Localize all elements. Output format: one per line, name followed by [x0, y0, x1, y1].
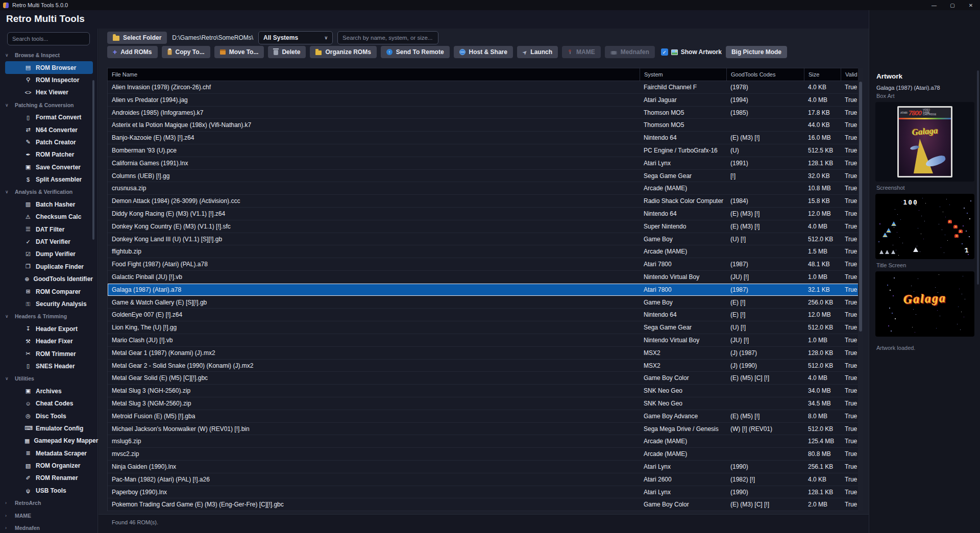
mame-button[interactable]: MAME — [562, 46, 601, 58]
launch-button[interactable]: ➤Launch — [517, 46, 558, 58]
table-row[interactable]: Mario Clash (JU) [!].vbNintendo Virtual … — [108, 334, 862, 347]
table-row[interactable]: Metal Gear 2 - Solid Snake (1990) (Konam… — [108, 360, 862, 372]
table-row[interactable]: Diddy Kong Racing (E) (M3) (V1.1) [!].z6… — [108, 208, 862, 220]
sidebar-item-save-converter[interactable]: ▣Save Converter — [5, 161, 93, 173]
table-row[interactable]: Lion King, The (U) [!].ggSega Game Gear(… — [108, 321, 862, 334]
organize-roms-button[interactable]: Organize ROMs — [310, 46, 376, 58]
table-row[interactable]: GoldenEye 007 (E) [!].z64Nintendo 64(E) … — [108, 309, 862, 321]
send-to-remote-button[interactable]: ↑Send To Remote — [381, 46, 450, 58]
column-header-goodtools-codes[interactable]: GoodTools Codes — [726, 68, 804, 81]
table-row[interactable]: Asterix et la Potion Magique (198x) (Vif… — [108, 119, 862, 132]
maximize-button[interactable]: ▢ — [943, 0, 962, 10]
table-row[interactable]: Donkey Kong Land III (U) (V1.1) [S][!].g… — [108, 233, 862, 246]
sidebar-section-analysis-verification[interactable]: ∨Analysis & Verification — [0, 186, 95, 198]
sidebar-item-batch-hasher[interactable]: ▥Batch Hasher — [5, 198, 93, 211]
sidebar-item-rom-trimmer[interactable]: ✂ROM Trimmer — [5, 347, 93, 360]
sidebar-item-archives[interactable]: ▣Archives — [5, 385, 93, 397]
sidebar-item-checksum-calc[interactable]: ⚠Checksum Calc — [5, 211, 93, 223]
sidebar-item-dat-filter[interactable]: ☰DAT Filter — [5, 223, 93, 235]
sidebar-item-gamepad-key-mapper[interactable]: ▦Gamepad Key Mapper — [5, 435, 93, 447]
sidebar-section-browse-inspect[interactable]: ∨Browse & Inspect — [0, 49, 95, 61]
sidebar-section-headers-trimming[interactable]: ∨Headers & Trimming — [0, 310, 95, 322]
rom-search-input[interactable] — [337, 31, 438, 44]
table-row[interactable]: Alien Invasion (1978) (Zircon-26).chfFai… — [108, 81, 862, 94]
sidebar-item-goodtools-identifier[interactable]: ⊕GoodTools Identifier — [5, 273, 93, 285]
close-button[interactable]: ✕ — [962, 0, 980, 10]
delete-button[interactable]: Delete — [268, 46, 306, 58]
sidebar-section-mednafen[interactable]: ›Mednafen — [0, 522, 95, 533]
sidebar-item-disc-tools[interactable]: ◎Disc Tools — [5, 410, 93, 422]
table-row[interactable]: Metal Gear 1 (1987) (Konami) (J).mx2MSX2… — [108, 347, 862, 360]
table-row[interactable]: Food Fight (1987) (Atari) (PAL).a78Atari… — [108, 258, 862, 271]
move-to-button[interactable]: Move To... — [214, 46, 264, 58]
column-header-size[interactable]: Size — [804, 68, 841, 81]
sidebar-item-metadata-scraper[interactable]: ≣Metadata Scraper — [5, 447, 93, 460]
table-row[interactable]: Androides (1985) (Infogrames).k7Thomson … — [108, 107, 862, 119]
sidebar-section-patching-conversion[interactable]: ∨Patching & Conversion — [0, 99, 95, 111]
table-row[interactable]: Michael Jackson's Moonwalker (W) (REV01)… — [108, 423, 862, 436]
sidebar-item-rom-patcher[interactable]: ✒ROM Patcher — [5, 148, 93, 161]
table-row[interactable]: mvsc2.zipArcade (MAME)80.8 MBTrue — [108, 448, 862, 461]
show-artwork-checkbox[interactable]: ✓ — [661, 48, 668, 56]
sidebar-item-rom-browser[interactable]: ▤ROM Browser — [5, 61, 93, 73]
sidebar-item-dump-verifier[interactable]: ☑Dump Verifier — [5, 248, 93, 260]
minimize-button[interactable]: — — [925, 0, 943, 10]
table-row[interactable]: ffightub.zipArcade (MAME)1.5 MBTrue — [108, 245, 862, 258]
sidebar-item-format-convert[interactable]: ▯Format Convert — [5, 111, 93, 123]
sidebar-item-emulator-config[interactable]: ⌨Emulator Config — [5, 422, 93, 435]
table-row[interactable]: Galactic Pinball (JU) [!].vbNintendo Vir… — [108, 271, 862, 284]
column-header-file-name[interactable]: File Name — [108, 68, 640, 81]
table-row[interactable]: Pokemon Trading Card Game (E) (M3) (Eng-… — [108, 498, 862, 511]
sidebar-item-header-fixer[interactable]: ⚒Header Fixer — [5, 335, 93, 347]
table-row[interactable]: mslug6.zipArcade (MAME)125.4 MBTrue — [108, 435, 862, 448]
sidebar-item-split-assembler[interactable]: $Split Assembler — [5, 173, 93, 186]
big-picture-mode-button[interactable]: Big Picture Mode — [726, 46, 787, 58]
sidebar-item-usb-tools[interactable]: ψUSB Tools — [5, 485, 93, 497]
add-roms-button[interactable]: +Add ROMs — [107, 46, 158, 58]
sidebar-item-rom-inspector[interactable]: ⚲ROM Inspector — [5, 74, 93, 86]
table-row[interactable]: Bomberman '93 (U).pcePC Engine / TurboGr… — [108, 144, 862, 157]
sidebar-item-patch-creator[interactable]: ✎Patch Creator — [5, 136, 93, 148]
sidebar-item-n64-converter[interactable]: ⇄N64 Converter — [5, 123, 93, 136]
table-row[interactable]: Ninja Gaiden (1990).lnxAtari Lynx(1990)2… — [108, 461, 862, 473]
sidebar-item-rom-comparer[interactable]: ⊞ROM Comparer — [5, 285, 93, 297]
sidebar-item-hex-viewer[interactable]: <>Hex Viewer — [5, 86, 93, 98]
table-row[interactable]: Demon Attack (1984) (26-3099) (Activisio… — [108, 195, 862, 208]
tool-search-input[interactable] — [7, 32, 90, 45]
sidebar-item-duplicate-finder[interactable]: ❐Duplicate Finder — [5, 261, 93, 273]
sidebar-item-rom-renamer[interactable]: ✐ROM Renamer — [5, 472, 93, 484]
sidebar-item-snes-header[interactable]: ▯SNES Header — [5, 360, 93, 372]
system-filter-dropdown[interactable]: All Systems ∨ — [258, 31, 333, 44]
copy-to-button[interactable]: Copy To... — [162, 46, 210, 58]
sidebar-section-utilities[interactable]: ∨Utilities — [0, 372, 95, 385]
sidebar-item-dat-verifier[interactable]: ✓DAT Verifier — [5, 236, 93, 248]
sidebar-section-retroarch[interactable]: ›RetroArch — [0, 497, 95, 509]
host-share-button[interactable]: Host & Share — [454, 46, 513, 58]
table-row[interactable]: Donkey Kong Country (E) (M3) (V1.1) [!].… — [108, 220, 862, 233]
sidebar-item-header-export[interactable]: ↧Header Export — [5, 323, 93, 335]
table-row[interactable]: crusnusa.zipArcade (MAME)10.8 MBTrue — [108, 182, 862, 195]
table-row[interactable]: Columns (UEB) [!].ggSega Game Gear[!]32.… — [108, 170, 862, 183]
select-folder-button[interactable]: Select Folder — [107, 32, 167, 44]
table-row[interactable]: California Games (1991).lnxAtari Lynx(19… — [108, 157, 862, 170]
table-row[interactable]: Metal Slug 3 (NGH-2560).zipSNK Neo Geo34… — [108, 385, 862, 397]
table-scrollbar-track[interactable] — [858, 68, 863, 511]
sidebar-scrollbar-thumb[interactable] — [92, 80, 94, 240]
artwork-scrollbar-thumb[interactable] — [977, 70, 979, 285]
sidebar-item-rom-organizer[interactable]: ▧ROM Organizer — [5, 460, 93, 472]
table-row[interactable]: Alien vs Predator (1994).jagAtari Jaguar… — [108, 94, 862, 107]
table-row[interactable]: Game & Watch Gallery (E) [S][!].gbGame B… — [108, 296, 862, 309]
table-row[interactable]: Banjo-Kazooie (E) (M3) [!].z64Nintendo 6… — [108, 132, 862, 144]
table-row[interactable]: Metal Slug 3 (NGM-2560).zipSNK Neo Geo34… — [108, 397, 862, 410]
table-row[interactable]: Pac-Man (1982) (Atari) (PAL) [!].a26Atar… — [108, 473, 862, 486]
table-row[interactable]: Metal Gear Solid (E) (M5) [C][!].gbcGame… — [108, 372, 862, 385]
table-row[interactable]: Paperboy (1990).lnxAtari Lynx(1990)128.1… — [108, 486, 862, 499]
table-scrollbar-thumb[interactable] — [859, 82, 862, 332]
table-row[interactable]: Metroid Fusion (E) (M5) [!].gbaGame Boy … — [108, 410, 862, 423]
mednafen-button[interactable]: Mednafen — [605, 46, 655, 58]
table-row[interactable]: Galaga (1987) (Atari).a78Atari 7800(1987… — [108, 284, 862, 296]
sidebar-item-cheat-codes[interactable]: ☺Cheat Codes — [5, 397, 93, 410]
sidebar-item-security-analysis[interactable]: ⚿Security Analysis — [5, 298, 93, 310]
sidebar-section-mame[interactable]: ›MAME — [0, 509, 95, 521]
column-header-system[interactable]: System — [640, 68, 726, 81]
